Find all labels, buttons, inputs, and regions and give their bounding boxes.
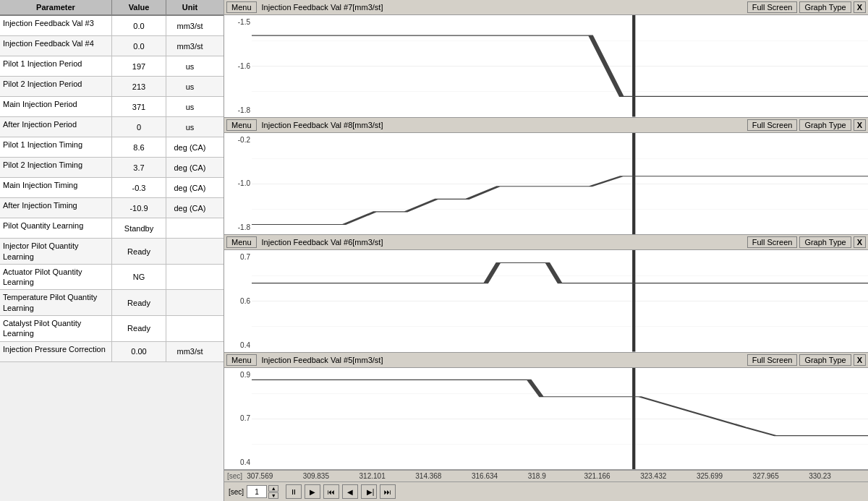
time-tick: 330.23 — [809, 472, 865, 480]
unit-cell: deg (CA) — [166, 137, 213, 157]
value-cell: 0.0 — [112, 16, 166, 35]
value-cell: Ready — [112, 316, 166, 341]
time-tick: 323.432 — [640, 472, 697, 480]
param-cell: Main Injection Period — [0, 97, 112, 116]
parameter-table-body[interactable]: Injection Feedback Val #30.0mm3/stInject… — [0, 16, 224, 501]
chart-body: -1.5-1.6-1.8 — [224, 15, 868, 117]
fullscreen-button[interactable]: Full Screen — [747, 236, 798, 248]
step-back-button[interactable]: ◀ — [342, 484, 358, 499]
chart-chart6: MenuInjection Feedback Val #6[mm3/st]Ful… — [224, 235, 868, 353]
parameter-panel: Parameter Value Unit Injection Feedback … — [0, 0, 224, 501]
y-label: -1.8 — [224, 106, 250, 114]
graph-type-button[interactable]: Graph Type — [799, 1, 851, 13]
table-row: Pilot 1 Injection Period197us — [0, 56, 224, 77]
time-tick: 325.699 — [697, 472, 753, 480]
unit-cell — [166, 290, 213, 315]
chart-svg — [252, 133, 868, 235]
close-button[interactable]: X — [854, 1, 866, 13]
param-cell: Injection Feedback Val #3 — [0, 16, 112, 35]
chart-plot-area[interactable] — [252, 133, 868, 235]
time-axis-label: [sec] — [227, 472, 242, 480]
y-axis: 0.70.60.4 — [224, 250, 252, 352]
menu-button[interactable]: Menu — [226, 1, 257, 13]
y-label: 0.7 — [224, 414, 250, 422]
param-cell: Pilot 1 Injection Timing — [0, 137, 112, 157]
table-row: Injection Feedback Val #40.0mm3/st — [0, 36, 224, 56]
unit-cell: mm3/st — [166, 16, 213, 35]
y-label: 0.4 — [224, 458, 250, 466]
table-row: Actuator Pilot Quantity LearningNG — [0, 265, 224, 291]
graph-type-button[interactable]: Graph Type — [799, 236, 851, 248]
value-cell: 0.00 — [112, 342, 166, 361]
unit-cell — [166, 316, 213, 341]
speed-down-button[interactable]: ▼ — [268, 492, 278, 499]
pause-button[interactable]: ⏸ — [286, 484, 302, 499]
fullscreen-button[interactable]: Full Screen — [747, 1, 798, 13]
y-label: 0.4 — [224, 341, 250, 349]
value-cell: 0 — [112, 117, 166, 137]
y-axis: 0.90.70.4 — [224, 368, 252, 470]
value-cell: NG — [112, 265, 166, 290]
unit-cell — [166, 239, 213, 264]
table-row: Pilot Quantity LearningStandby — [0, 218, 224, 239]
y-axis: -1.5-1.6-1.8 — [224, 15, 252, 117]
chart-plot-area[interactable] — [252, 15, 868, 117]
y-axis: -0.2-1.0-1.8 — [224, 133, 252, 235]
chart-title: Injection Feedback Val #8[mm3/st] — [259, 121, 745, 129]
chart-header: MenuInjection Feedback Val #8[mm3/st]Ful… — [224, 118, 868, 133]
unit-cell: us — [166, 77, 213, 96]
charts-area: MenuInjection Feedback Val #7[mm3/st]Ful… — [224, 0, 868, 470]
unit-cell: us — [166, 56, 213, 76]
chart-plot-area[interactable] — [252, 250, 868, 352]
menu-button[interactable]: Menu — [226, 119, 257, 131]
fullscreen-button[interactable]: Full Screen — [747, 354, 798, 366]
time-ticks-container: 307.569309.835312.101314.368316.634318.9… — [247, 472, 865, 480]
speed-up-button[interactable]: ▲ — [268, 485, 278, 492]
graph-type-button[interactable]: Graph Type — [799, 119, 851, 131]
param-cell: Pilot 1 Injection Period — [0, 56, 112, 76]
graph-type-button[interactable]: Graph Type — [799, 354, 851, 366]
y-label: 0.9 — [224, 371, 250, 379]
param-cell: Temperature Pilot Quantity Learning — [0, 290, 112, 315]
y-label: -1.8 — [224, 223, 250, 231]
header-unit: Unit — [166, 0, 213, 14]
play-button[interactable]: ▶ — [305, 484, 320, 499]
close-button[interactable]: X — [854, 354, 866, 366]
time-tick: 327.965 — [753, 472, 809, 480]
time-tick: 321.166 — [584, 472, 640, 480]
time-tick: 316.634 — [472, 472, 528, 480]
table-row: Pilot 1 Injection Timing8.6deg (CA) — [0, 137, 224, 158]
time-tick: 314.368 — [415, 472, 472, 480]
chart-plot-area[interactable] — [252, 368, 868, 470]
value-cell: -10.9 — [112, 198, 166, 218]
charts-panel: MenuInjection Feedback Val #7[mm3/st]Ful… — [224, 0, 868, 501]
table-row: Temperature Pilot Quantity LearningReady — [0, 290, 224, 316]
menu-button[interactable]: Menu — [226, 354, 257, 366]
table-row: After Injection Timing-10.9deg (CA) — [0, 198, 224, 218]
param-cell: Injection Pressure Correction — [0, 342, 112, 361]
skip-to-end-button[interactable]: ⏭ — [380, 484, 396, 499]
chart-header: MenuInjection Feedback Val #6[mm3/st]Ful… — [224, 235, 868, 250]
close-button[interactable]: X — [854, 236, 866, 248]
table-row: Pilot 2 Injection Period213us — [0, 77, 224, 97]
param-cell: Catalyst Pilot Quantity Learning — [0, 316, 112, 341]
unit-cell — [166, 218, 213, 238]
param-cell: After Injection Period — [0, 117, 112, 137]
chart-body: -0.2-1.0-1.8 — [224, 133, 868, 235]
table-row: Injection Pressure Correction0.00mm3/st — [0, 342, 224, 362]
speed-input[interactable] — [247, 485, 267, 498]
table-row: Injector Pilot Quantity LearningReady — [0, 239, 224, 265]
y-label: 0.7 — [224, 253, 250, 261]
unit-cell: deg (CA) — [166, 198, 213, 218]
fullscreen-button[interactable]: Full Screen — [747, 119, 798, 131]
skip-to-start-button[interactable]: ⏮ — [323, 484, 339, 499]
time-tick: 312.101 — [359, 472, 416, 480]
unit-cell: mm3/st — [166, 342, 213, 361]
value-cell: 213 — [112, 77, 166, 96]
menu-button[interactable]: Menu — [226, 236, 257, 248]
unit-cell: mm3/st — [166, 36, 213, 56]
y-label: -1.5 — [224, 18, 250, 26]
step-forward-button[interactable]: ▶| — [361, 484, 377, 499]
close-button[interactable]: X — [854, 119, 866, 131]
chart-chart7: MenuInjection Feedback Val #7[mm3/st]Ful… — [224, 0, 868, 118]
